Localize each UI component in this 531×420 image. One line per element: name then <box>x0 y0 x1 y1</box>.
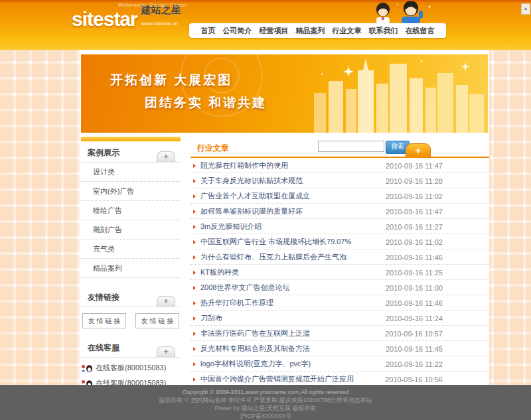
online-service-item[interactable]: 在线客服(800015083) <box>81 376 181 385</box>
article-row: 反光材料专用粘合剂及其制备方法2010-09-16 11:45 <box>190 341 489 356</box>
search-input[interactable] <box>318 141 384 152</box>
article-link[interactable]: KT板的种类 <box>200 267 386 277</box>
sidebar-item-inflatable[interactable]: 充气类 <box>81 240 181 259</box>
article-date: 2010-09-16 11:24 <box>386 315 443 322</box>
article-date: 2010-09-16 11:02 <box>386 192 443 200</box>
article-row: 中国首个跨媒介广告营销测算规范开始广泛应用2010-09-16 10:56 <box>190 372 489 385</box>
article-link[interactable]: 3m反光膜知识介绍 <box>200 222 386 232</box>
nav-item-articles[interactable]: 行业文章 <box>333 26 362 36</box>
article-link[interactable]: 非法医疗医药广告在互联网上泛滥 <box>200 328 385 338</box>
bullet-icon <box>193 179 196 183</box>
main-nav: 首页 公司简介 经营项目 精品案列 行业文章 联系我们 在线留言 <box>189 23 446 38</box>
article-link[interactable]: 关于车身反光标识粘贴技术规范 <box>200 176 386 186</box>
article-date: 2010-09-16 11:25 <box>386 269 443 277</box>
article-row: 如何简单鉴别标识膜的质量好坏2010-09-16 11:47 <box>190 204 489 219</box>
content-area: 开拓创新 大展宏图 团结务实 和谐共建 <box>80 50 489 385</box>
article-row: 关于车身反光标识粘贴技术规范2010-09-16 11:28 <box>190 173 489 188</box>
article-row: 2008世界华文广告创意论坛2010-09-16 11:00 <box>190 280 489 295</box>
page: Webmaster Design Center sitestar 建站之星 ww… <box>0 0 531 420</box>
sidebar-item-featured-cases[interactable]: 精品案列 <box>81 259 181 278</box>
bullet-icon <box>193 316 196 320</box>
article-link[interactable]: 阻光膜在灯箱制作中的使用 <box>200 161 386 171</box>
online-service-item[interactable]: 在线客服(800015083) <box>81 360 181 376</box>
article-link[interactable]: 刀刮布 <box>200 313 386 323</box>
article-link[interactable]: 如何简单鉴别标识膜的质量好坏 <box>200 206 386 216</box>
articles-header: 行业文章 搜索 + <box>190 137 489 158</box>
article-link[interactable]: 中国互联网广告行业 市场规模环比增长79.07% <box>200 237 386 247</box>
sidebar-item-carving-ads[interactable]: 雕刻广告 <box>81 220 181 240</box>
bullet-icon <box>193 301 196 305</box>
article-row: 阻光膜在灯箱制作中的使用2010-09-16 11:47 <box>190 158 489 173</box>
main-column: 行业文章 搜索 + 阻光膜在灯箱制作中的使用2010-09-16 11:47 关… <box>190 137 489 385</box>
banner-slogan-line2: 团结务实 和谐共建 <box>145 94 267 111</box>
bullet-icon <box>193 240 196 244</box>
bullet-icon <box>193 362 196 366</box>
logo-brand-text: sitestar <box>72 9 137 29</box>
article-link[interactable]: logo字材料说明(亚克力字、pvc字) <box>200 359 386 369</box>
online-service-list: 在线客服(800015083) 在线客服(800015083) <box>81 360 181 385</box>
online-service-label: 在线客服(800015083) <box>96 378 166 385</box>
articles-title: 行业文章 <box>197 143 229 154</box>
article-date: 2010-09-16 11:27 <box>386 223 443 231</box>
bullet-icon <box>193 194 196 198</box>
article-date: 2010-09-16 11:02 <box>386 238 443 246</box>
sidebar-item-indoor-outdoor-ads[interactable]: 室内(外)广告 <box>81 182 181 201</box>
article-date: 2010-09-16 11:22 <box>386 360 443 368</box>
city-skyline-illustration <box>302 54 488 133</box>
friend-links: 友 情 链 接 友 情 链 接 <box>82 313 179 328</box>
logo-site-url: www.sitestar.cn <box>141 21 178 27</box>
article-date: 2010-09-16 11:45 <box>386 345 443 353</box>
article-row: 刀刮布2010-09-16 11:24 <box>190 311 489 326</box>
scrollbar-up-button[interactable]: ▲ <box>521 3 530 15</box>
sidebar-links-title: 友情链接 <box>88 293 119 302</box>
article-date: 2010-09-16 10:57 <box>385 330 443 338</box>
bullet-icon <box>193 286 196 290</box>
footer-icp: 沪ICP备XXXXXX号 <box>0 412 531 420</box>
sidebar-cases-top-strip <box>81 137 181 141</box>
expand-plus-icon[interactable]: + <box>157 346 175 358</box>
sidebar-cases-title: 案例展示 <box>88 148 119 157</box>
nav-item-company[interactable]: 公司简介 <box>223 26 252 36</box>
qq-icon <box>81 380 93 385</box>
article-date: 2010-09-16 11:28 <box>386 177 443 185</box>
sidebar-item-design[interactable]: 设计类 <box>81 163 181 182</box>
article-link[interactable]: 2008世界华文广告创意论坛 <box>200 283 386 293</box>
qq-icon <box>81 364 93 372</box>
article-link[interactable]: 热升华打印机工作原理 <box>200 298 386 308</box>
bullet-icon <box>193 347 196 351</box>
expand-plus-icon[interactable]: + <box>157 151 175 163</box>
bullet-icon <box>193 225 196 229</box>
online-service-label: 在线客服(800015083) <box>96 363 166 373</box>
expand-plus-icon[interactable]: + <box>157 296 175 307</box>
friend-link-box[interactable]: 友 情 链 接 <box>82 313 126 328</box>
article-date: 2010-09-16 11:46 <box>386 299 443 307</box>
article-link[interactable]: 广告业首个人才互助联盟在厦成立 <box>200 191 386 201</box>
article-date: 2010-09-16 11:46 <box>386 253 443 261</box>
article-row: 非法医疗医药广告在互联网上泛滥2010-09-16 10:57 <box>190 326 489 341</box>
logo-tagline: Webmaster Design Center <box>118 3 188 7</box>
article-link[interactable]: 为什么有些灯布、压克力上贴膜后会产生气泡 <box>200 252 386 262</box>
footer-powered-by: Power by 建站之星|美橙互联 版权所有 <box>0 404 531 412</box>
header-band: Webmaster Design Center sitestar 建站之星 ww… <box>0 0 531 50</box>
article-row: KT板的种类2010-09-16 11:25 <box>190 265 489 280</box>
customer-service-people-illustration <box>367 1 441 24</box>
article-row: 热升华打印机工作原理2010-09-16 11:46 <box>190 295 489 311</box>
expand-plus-icon[interactable]: + <box>406 143 431 158</box>
sidebar-service-title: 在线客服 <box>88 343 119 352</box>
nav-item-message[interactable]: 在线留言 <box>406 26 435 36</box>
bullet-icon <box>193 164 196 168</box>
footer: Copyright © 2009-2011,www.yourname.com,A… <box>0 385 531 420</box>
nav-item-cases[interactable]: 精品案列 <box>296 26 325 36</box>
article-link[interactable]: 反光材料专用粘合剂及其制备方法 <box>200 344 386 354</box>
footer-rights: 版权所有 © 您的网站名称 未经许可 严禁复制 建议使用1024X768分辨率浏… <box>0 396 531 404</box>
article-link[interactable]: 中国首个跨媒介广告营销测算规范开始广泛应用 <box>200 374 385 384</box>
sidebar-cases-header: 案例展示 + <box>81 141 181 163</box>
sidebar-item-spray-ads[interactable]: 喷绘广告 <box>81 201 181 220</box>
nav-item-home[interactable]: 首页 <box>201 26 216 36</box>
article-row: 广告业首个人才互助联盟在厦成立2010-09-16 11:02 <box>190 188 489 204</box>
nav-item-contact[interactable]: 联系我们 <box>369 26 398 36</box>
sidebar-service-header: 在线客服 + <box>81 336 181 358</box>
nav-item-projects[interactable]: 经营项目 <box>260 26 289 36</box>
footer-copyright: Copyright © 2009-2011,www.yourname.com,A… <box>0 388 531 396</box>
friend-link-box[interactable]: 友 情 链 接 <box>135 313 179 328</box>
